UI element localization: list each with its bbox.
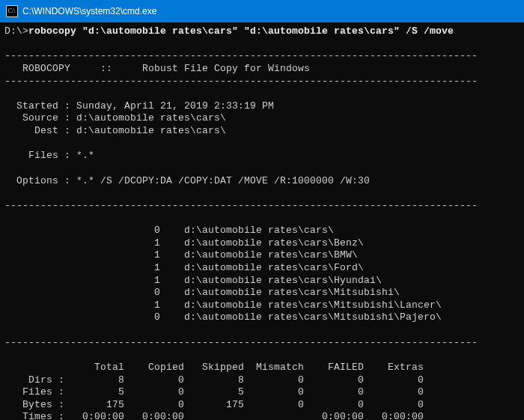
summary-header: Total Copied Skipped Mismatch FAILED Ext… bbox=[4, 362, 424, 373]
divider: ----------------------------------------… bbox=[4, 337, 478, 348]
command-text: robocopy "d:\automobile rates\cars" "d:\… bbox=[28, 25, 454, 37]
dest-value: d:\automobile rates\cars\ bbox=[70, 125, 226, 136]
summary-row: Times : 0:00:00 0:00:00 0:00:00 0:00:00 bbox=[4, 411, 424, 420]
options-value: *.* /S /DCOPY:DA /COPY:DAT /MOVE /R:1000… bbox=[70, 175, 370, 186]
files-value: *.* bbox=[70, 150, 94, 161]
divider: ----------------------------------------… bbox=[4, 200, 478, 211]
divider: ----------------------------------------… bbox=[4, 50, 478, 61]
source-label: Source : bbox=[4, 112, 70, 124]
source-value: d:\automobile rates\cars\ bbox=[70, 112, 226, 124]
prompt: D:\> bbox=[4, 25, 28, 37]
dest-label: Dest : bbox=[4, 125, 70, 136]
svg-text:C:\: C:\ bbox=[8, 7, 16, 14]
files-label: Files : bbox=[4, 150, 70, 161]
cmd-icon: C:\ bbox=[6, 5, 18, 17]
directory-listing: 0 d:\automobile rates\cars\ 1 d:\automob… bbox=[4, 225, 442, 323]
robocopy-header: ROBOCOPY :: Robust File Copy for Windows bbox=[4, 63, 310, 74]
window-title: C:\WINDOWS\system32\cmd.exe bbox=[22, 6, 156, 16]
summary-row: Bytes : 175 0 175 0 0 0 bbox=[4, 399, 424, 410]
terminal-output[interactable]: D:\>robocopy "d:\automobile rates\cars" … bbox=[0, 22, 524, 420]
options-label: Options : bbox=[4, 175, 70, 186]
summary-row: Dirs : 8 0 8 0 0 0 bbox=[4, 374, 424, 386]
divider: ----------------------------------------… bbox=[4, 76, 478, 87]
started-label: Started : bbox=[4, 100, 70, 112]
title-bar[interactable]: C:\ C:\WINDOWS\system32\cmd.exe bbox=[0, 0, 524, 22]
started-value: Sunday, April 21, 2019 2:33:19 PM bbox=[70, 100, 274, 112]
summary-row: Files : 5 0 5 0 0 0 bbox=[4, 386, 424, 398]
